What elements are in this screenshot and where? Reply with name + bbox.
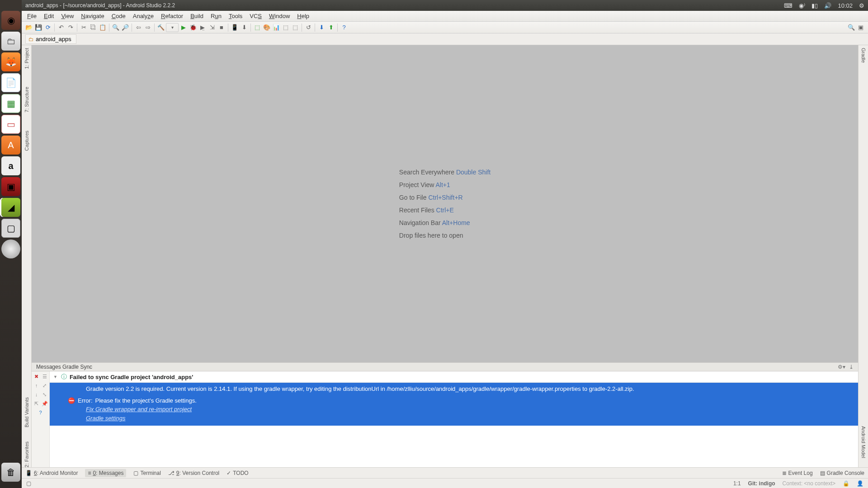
tab-version-control[interactable]: ⎇ 9: Version Control xyxy=(168,470,219,476)
gear-icon[interactable]: ⚙▾ xyxy=(838,364,845,370)
close-icon[interactable]: ✖ xyxy=(33,373,40,380)
monitor-icon[interactable]: 📊 xyxy=(272,23,281,32)
replace-icon[interactable]: 🔎 xyxy=(121,23,130,32)
launcher-app-icon[interactable]: ▣ xyxy=(1,177,20,196)
launcher-firefox-icon[interactable]: 🦊 xyxy=(1,52,20,71)
back-icon[interactable]: ⇦ xyxy=(134,23,143,32)
run-config-dropdown[interactable]: ▾ xyxy=(166,23,179,32)
status-toggle-icon[interactable]: ▢ xyxy=(26,480,31,487)
expand-icon[interactable]: ⤢ xyxy=(42,382,48,389)
status-lock-icon[interactable]: 🔒 xyxy=(843,480,849,487)
open-icon[interactable]: 📂 xyxy=(24,23,33,32)
launcher-disc-icon[interactable] xyxy=(1,239,20,258)
tool-captures[interactable]: Captures xyxy=(24,131,29,151)
cut-icon[interactable]: ✂ xyxy=(79,23,88,32)
copy-icon[interactable]: ⿻ xyxy=(89,23,98,32)
help-icon[interactable]: ? xyxy=(38,409,44,416)
tool-favorites[interactable]: 2: Favorites xyxy=(24,441,29,467)
breadcrumb-root[interactable]: 🗀 android_apps xyxy=(25,34,76,44)
capture-icon[interactable]: ⬚ xyxy=(281,23,290,32)
menu-help[interactable]: Help xyxy=(294,12,312,20)
make-icon[interactable]: 🔨 xyxy=(156,23,165,32)
launcher-calc-icon[interactable]: ▦ xyxy=(1,94,20,113)
collapse-icon[interactable]: ⤡ xyxy=(42,391,48,398)
tab-todo[interactable]: ✓ TODO xyxy=(226,470,248,476)
run-coverage-icon[interactable]: ▶̤ xyxy=(198,23,207,32)
tool-project[interactable]: 1: Project xyxy=(24,48,29,69)
launcher-writer-icon[interactable]: 📄 xyxy=(1,73,20,92)
keyboard-icon[interactable]: ⌨ xyxy=(784,2,793,9)
battery-icon[interactable]: ▮▯ xyxy=(811,2,818,9)
toggle-tools-icon[interactable]: ▣ xyxy=(856,23,865,32)
editor-empty-area[interactable]: Search Everywhere Double Shift Project V… xyxy=(32,45,858,362)
launcher-device-icon[interactable]: ▢ xyxy=(1,219,20,238)
launcher-dash-icon[interactable]: ◉ xyxy=(1,11,20,30)
minimize-icon[interactable]: ⤓ xyxy=(849,364,854,370)
status-hector-icon[interactable]: 👤 xyxy=(857,480,863,487)
wifi-icon[interactable]: ◉⁾ xyxy=(799,2,805,9)
theme-icon[interactable]: 🎨 xyxy=(262,23,271,32)
tab-event-log[interactable]: ≣ Event Log xyxy=(782,470,813,476)
launcher-android-studio-icon[interactable]: ◢ xyxy=(1,198,20,217)
down-icon[interactable]: ↓ xyxy=(33,391,40,398)
menu-code[interactable]: Code xyxy=(109,12,128,20)
forward-icon[interactable]: ⇨ xyxy=(143,23,152,32)
sound-icon[interactable]: 🔊 xyxy=(824,2,831,9)
tool-build-variants[interactable]: Build Variants xyxy=(24,397,29,427)
messages-error-detail[interactable]: Gradle version 2.2 is required. Current … xyxy=(50,383,858,426)
menu-navigate[interactable]: Navigate xyxy=(78,12,107,20)
launcher-trash-icon[interactable]: 🗑 xyxy=(1,463,20,482)
paste-icon[interactable]: 📋 xyxy=(98,23,107,32)
vcs-commit-icon[interactable]: ⬆ xyxy=(326,23,335,32)
search-everywhere-icon[interactable]: 🔍 xyxy=(847,23,856,32)
tool-structure[interactable]: 7: Structure xyxy=(24,87,29,113)
chevron-down-icon[interactable]: ▼ xyxy=(53,375,57,379)
menu-window[interactable]: Window xyxy=(266,12,292,20)
menu-run[interactable]: Run xyxy=(208,12,224,20)
save-icon[interactable]: 💾 xyxy=(34,23,43,32)
tool-android-model[interactable]: Android Model xyxy=(861,426,866,458)
sync-icon[interactable]: ⟳ xyxy=(43,23,52,32)
link-fix-wrapper[interactable]: Fix Gradle wrapper and re-import project xyxy=(86,406,192,413)
redo-icon[interactable]: ↷ xyxy=(66,23,75,32)
export-icon[interactable]: ⇱ xyxy=(33,400,40,407)
undo-icon[interactable]: ↶ xyxy=(57,23,66,32)
tab-messages[interactable]: ≡ 0: Messages xyxy=(85,469,126,477)
sdk-icon[interactable]: ⬇ xyxy=(240,23,249,32)
messages-error-title[interactable]: ▼ ⓘ Failed to sync Gradle project 'andro… xyxy=(50,371,858,383)
status-context[interactable]: Context: <no context> xyxy=(783,480,835,487)
status-git[interactable]: Git: indigo xyxy=(748,480,775,487)
filter-icon[interactable]: ☰ xyxy=(42,373,48,380)
pin-icon[interactable]: 📌 xyxy=(42,400,48,407)
menu-edit[interactable]: Edit xyxy=(41,12,57,20)
launcher-software-icon[interactable]: A xyxy=(1,136,20,155)
hierarchy-icon[interactable]: ⬚ xyxy=(291,23,300,32)
debug-icon[interactable]: 🐞 xyxy=(189,23,198,32)
stop-icon[interactable]: ■ xyxy=(217,23,226,32)
status-position[interactable]: 1:1 xyxy=(733,480,741,487)
tool-gradle[interactable]: Gradle xyxy=(861,48,866,63)
help-icon[interactable]: ? xyxy=(340,23,349,32)
menu-vcs[interactable]: VCS xyxy=(247,12,264,20)
launcher-files-icon[interactable]: 🗀 xyxy=(1,32,20,51)
avd-icon[interactable]: 📱 xyxy=(230,23,239,32)
menu-file[interactable]: File xyxy=(24,12,39,20)
gear-icon[interactable]: ⚙ xyxy=(859,2,864,9)
link-gradle-settings[interactable]: Gradle settings xyxy=(86,415,125,422)
launcher-impress-icon[interactable]: ▭ xyxy=(1,115,20,134)
menu-view[interactable]: View xyxy=(58,12,76,20)
find-icon[interactable]: 🔍 xyxy=(111,23,120,32)
tab-gradle-console[interactable]: ▤ Gradle Console xyxy=(820,470,864,476)
attach-icon[interactable]: ⇲ xyxy=(208,23,217,32)
up-icon[interactable]: ↑ xyxy=(33,382,40,389)
tab-android-monitor[interactable]: 📱 6: Android Monitor xyxy=(25,470,78,476)
menu-analyze[interactable]: Analyze xyxy=(130,12,156,20)
revert-icon[interactable]: ↺ xyxy=(304,23,313,32)
run-icon[interactable]: ▶ xyxy=(179,23,188,32)
clock[interactable]: 10:02 xyxy=(838,2,853,9)
layout-icon[interactable]: ⬚ xyxy=(253,23,262,32)
vcs-update-icon[interactable]: ⬇ xyxy=(317,23,326,32)
tab-terminal[interactable]: ▢ Terminal xyxy=(133,470,160,476)
launcher-amazon-icon[interactable]: a xyxy=(1,156,20,175)
menu-tools[interactable]: Tools xyxy=(226,12,245,20)
